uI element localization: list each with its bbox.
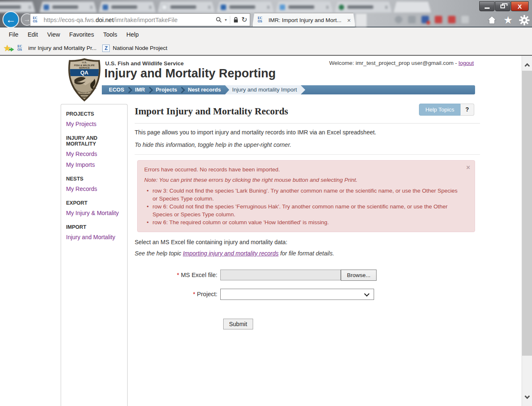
sidebar-header-import: IMPORT bbox=[66, 224, 124, 230]
chevron-up-icon bbox=[525, 63, 530, 68]
app-title: Injury and Mortality Reporting bbox=[104, 67, 276, 80]
search-icon[interactable] bbox=[216, 17, 222, 23]
restore-button[interactable] bbox=[495, 1, 510, 11]
menu-favorites[interactable]: Favorites bbox=[65, 31, 99, 38]
extension-icon[interactable] bbox=[461, 16, 469, 23]
chevron-down-icon bbox=[364, 291, 369, 297]
svg-text:U.S.: U.S. bbox=[82, 61, 87, 64]
sidebar-item-nests-my-records[interactable]: My Records bbox=[66, 186, 124, 192]
z-favicon: Z bbox=[102, 45, 110, 52]
project-label: * Project: bbox=[135, 289, 220, 300]
favorite-item-national-node[interactable]: National Node Project bbox=[113, 45, 167, 51]
sidebar-item-my-injury-mortality[interactable]: My Injury & Mortality bbox=[66, 210, 124, 216]
page-content: U.S. FISH & WILDLIFE SERVICE QA DEPARTME… bbox=[0, 56, 522, 406]
background-tab[interactable]: x bbox=[39, 2, 97, 12]
extension-icon[interactable] bbox=[435, 16, 442, 23]
sidebar-header-projects: PROJECTS bbox=[66, 111, 124, 117]
menu-view[interactable]: View bbox=[42, 31, 64, 38]
close-button[interactable]: X bbox=[511, 1, 529, 11]
favorites-star-icon[interactable]: ★ bbox=[503, 15, 513, 25]
menu-file[interactable]: File bbox=[4, 31, 23, 38]
logout-link[interactable]: logout bbox=[458, 60, 474, 66]
breadcrumb-item-active: Injury and mortality Import bbox=[225, 85, 305, 94]
ecos-favicon: EC OS bbox=[258, 16, 266, 24]
extension-icons-blurred[interactable] bbox=[395, 16, 469, 23]
breadcrumb-item-imr[interactable]: IMR bbox=[133, 85, 147, 94]
back-icon: ← bbox=[6, 14, 16, 25]
sidebar-header-nests: NESTS bbox=[66, 176, 124, 182]
agency-name: U.S. Fish and Wildlife Service bbox=[105, 60, 184, 67]
scroll-down-button[interactable] bbox=[522, 391, 532, 404]
help-toggle-button[interactable]: ? bbox=[461, 104, 474, 116]
error-heading: Errors have occurred. No records have be… bbox=[144, 166, 462, 173]
sidebar-item-injury-and-mortality[interactable]: Injury and Mortality bbox=[66, 234, 124, 240]
background-tab[interactable]: x bbox=[99, 2, 156, 12]
sidebar-item-my-records[interactable]: My Records bbox=[66, 151, 124, 157]
scrollbar-thumb[interactable] bbox=[522, 71, 532, 356]
menu-help[interactable]: Help bbox=[122, 31, 143, 38]
minimize-icon bbox=[485, 7, 490, 9]
scroll-up-button[interactable] bbox=[522, 58, 532, 71]
background-tab[interactable]: x bbox=[217, 2, 274, 12]
lock-icon bbox=[233, 17, 239, 23]
browse-button[interactable]: Browse... bbox=[341, 270, 377, 281]
breadcrumb-item-nest-records[interactable]: Nest records bbox=[186, 85, 223, 94]
window-controls: X bbox=[479, 1, 529, 11]
background-tab[interactable]: x bbox=[276, 2, 333, 12]
background-tab[interactable] bbox=[394, 2, 431, 12]
tab-title: IMR: Import Injury and Mort... bbox=[268, 17, 345, 23]
chevron-right-icon bbox=[126, 85, 133, 94]
chevron-right-icon bbox=[147, 85, 154, 94]
error-close-icon[interactable]: × bbox=[466, 164, 470, 171]
browser-action-icons: ★ bbox=[487, 15, 530, 25]
file-input[interactable] bbox=[220, 270, 341, 280]
background-tab-stub[interactable] bbox=[356, 14, 367, 27]
breadcrumb-item-ecos[interactable]: ECOS bbox=[107, 85, 126, 94]
back-button[interactable]: ← bbox=[2, 11, 19, 28]
add-favorite-icon[interactable]: ★ bbox=[3, 44, 13, 53]
select-file-text: Select an MS Excel file containing injur… bbox=[135, 239, 480, 245]
tab-close-icon[interactable]: × bbox=[347, 17, 351, 24]
error-print-note: Note: You can print these errors by clic… bbox=[144, 177, 462, 183]
sidebar-item-my-imports[interactable]: My Imports bbox=[66, 161, 124, 168]
vertical-scrollbar[interactable] bbox=[522, 56, 532, 406]
error-item: row 6: Could not find the species 'Ferru… bbox=[147, 203, 462, 218]
svg-text:QA: QA bbox=[80, 69, 89, 76]
main-header: Import Injury and Mortality Records Help… bbox=[135, 103, 480, 124]
refresh-icon[interactable]: ↻ bbox=[241, 16, 247, 23]
background-tab[interactable]: x bbox=[0, 2, 35, 12]
sidebar-item-my-projects[interactable]: My Projects bbox=[66, 121, 124, 127]
intro-text: This page allows you to import injury an… bbox=[135, 129, 480, 136]
usfws-qa-logo: U.S. FISH & WILDLIFE SERVICE QA DEPARTME… bbox=[66, 58, 102, 102]
importing-records-help-link[interactable]: Importing injury and mortality records bbox=[183, 250, 278, 257]
background-tab[interactable]: x bbox=[158, 2, 215, 12]
active-tab[interactable]: EC OS IMR: Import Injury and Mort... × bbox=[252, 13, 355, 27]
breadcrumb-item-projects[interactable]: Projects bbox=[154, 85, 179, 94]
sidebar: PROJECTS My Projects INJURY AND MORTALIT… bbox=[61, 104, 128, 406]
home-icon[interactable] bbox=[487, 15, 497, 25]
submit-button[interactable]: Submit bbox=[223, 319, 253, 329]
url-text[interactable]: https://ecos-qa.fws.doi.net/imr/take/imp… bbox=[44, 17, 214, 23]
background-tab[interactable]: x bbox=[335, 2, 392, 12]
extension-icon[interactable] bbox=[408, 16, 416, 23]
restore-icon bbox=[500, 5, 505, 8]
project-row: * Project: bbox=[135, 289, 480, 300]
svg-text:SERVICE: SERVICE bbox=[79, 67, 90, 69]
menu-edit[interactable]: Edit bbox=[23, 31, 42, 38]
help-topics-button[interactable]: Help Topics bbox=[419, 104, 461, 116]
address-bar[interactable]: EC OS https://ecos-qa.fws.doi.net/imr/ta… bbox=[30, 13, 250, 26]
extension-icon[interactable] bbox=[395, 16, 402, 23]
project-select[interactable] bbox=[220, 289, 374, 300]
minimize-button[interactable] bbox=[479, 1, 495, 11]
browser-window: x x x x x x x X ← → EC OS https://ecos-q… bbox=[0, 0, 532, 406]
favorite-item-imr[interactable]: imr Injury and Mortality Pr... bbox=[28, 45, 96, 51]
file-label: * MS Excel file: bbox=[135, 270, 220, 280]
main-content: Import Injury and Mortality Records Help… bbox=[135, 103, 480, 329]
background-tabs-blurred[interactable]: x x x x x x x bbox=[0, 0, 478, 12]
gear-icon[interactable] bbox=[519, 15, 530, 25]
extension-icon[interactable] bbox=[421, 16, 429, 23]
menu-tools[interactable]: Tools bbox=[99, 31, 122, 38]
search-dropdown-caret-icon[interactable]: ▾ bbox=[225, 17, 227, 22]
import-form: * MS Excel file: Browse... * Project: Su… bbox=[135, 270, 480, 329]
extension-icon[interactable] bbox=[448, 16, 456, 23]
